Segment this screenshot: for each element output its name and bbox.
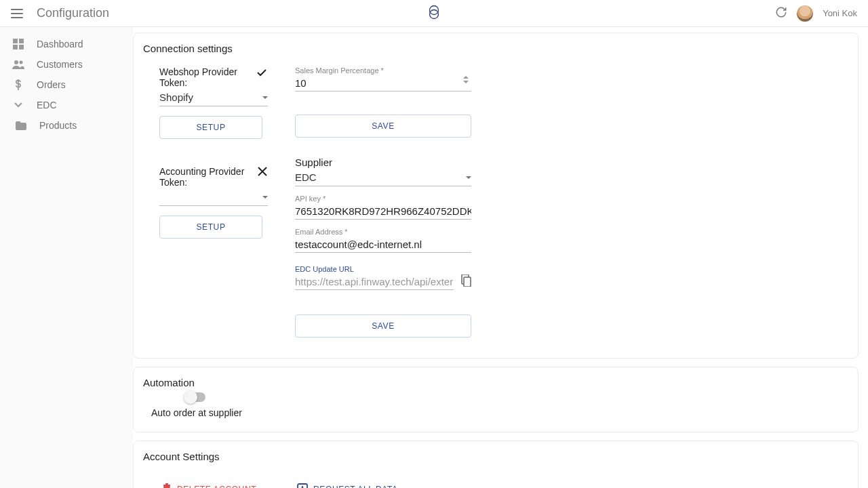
sidebar-item-orders[interactable]: Orders (5, 75, 127, 95)
dropdown-icon (262, 196, 268, 199)
email-label: Email Address * (295, 228, 471, 236)
chevron-down-icon (12, 99, 24, 111)
sidebar-item-label: Orders (37, 79, 66, 90)
avatar[interactable] (797, 5, 813, 22)
delete-account-label: DELETE ACCOUNT (177, 485, 256, 489)
webshop-select[interactable]: Shopify (159, 88, 268, 106)
webshop-value: Shopify (159, 92, 193, 103)
svg-rect-5 (19, 45, 24, 49)
dropdown-icon (466, 176, 471, 179)
sidebar-item-edc[interactable]: EDC (5, 95, 127, 115)
delete-account-button[interactable]: DELETE ACCOUNT (162, 483, 256, 488)
main-content: Connection settings Webshop Provider Tok… (133, 27, 868, 488)
dashboard-icon (12, 38, 24, 50)
connection-settings-card: Connection settings Webshop Provider Tok… (133, 33, 859, 359)
people-icon (12, 58, 24, 70)
accounting-label: Accounting Provider Token: (159, 166, 257, 188)
sidebar-item-customers[interactable]: Customers (5, 54, 127, 75)
folder-icon (15, 119, 27, 131)
auto-order-label: Auto order at supplier (151, 407, 842, 418)
webshop-label: Webshop Provider Token: (159, 66, 256, 88)
supplier-select[interactable]: EDC (295, 168, 471, 186)
request-data-button[interactable]: REQUEST ALL DATA (297, 483, 398, 488)
email-input[interactable] (295, 236, 471, 253)
margin-input[interactable] (295, 75, 471, 92)
sidebar-item-label: EDC (37, 100, 57, 110)
copy-icon[interactable] (460, 274, 471, 289)
accounting-setup-button[interactable]: SETUP (159, 216, 262, 239)
trash-icon (162, 483, 172, 488)
svg-rect-9 (464, 277, 471, 287)
app-header: Configuration Yoni Kok (0, 0, 868, 27)
margin-save-button[interactable]: SAVE (295, 115, 471, 138)
supplier-value: EDC (295, 171, 317, 183)
svg-rect-3 (19, 39, 24, 43)
request-data-label: REQUEST ALL DATA (313, 485, 398, 489)
sidebar: Dashboard Customers Orders EDC Products (0, 27, 133, 488)
margin-label: Sales Margin Percentage * (295, 66, 471, 75)
accounting-select[interactable] (159, 188, 268, 206)
sidebar-item-products[interactable]: Products (5, 115, 127, 136)
automation-title: Automation (143, 377, 842, 388)
dropdown-icon (262, 96, 268, 99)
sidebar-item-dashboard[interactable]: Dashboard (5, 34, 127, 54)
app-logo (427, 4, 441, 22)
check-icon (256, 66, 268, 79)
svg-rect-4 (13, 45, 18, 49)
update-url-input (295, 273, 454, 290)
supplier-save-button[interactable]: SAVE (295, 314, 471, 338)
automation-card: Automation Auto order at supplier (133, 367, 859, 432)
username: Yoni Kok (823, 8, 857, 18)
api-key-label: API key * (295, 195, 471, 203)
dollar-icon (12, 79, 24, 91)
number-spinner[interactable] (463, 76, 471, 88)
svg-point-7 (20, 61, 23, 64)
sidebar-item-label: Customers (37, 59, 83, 70)
connection-title: Connection settings (143, 43, 842, 54)
close-icon (257, 166, 268, 178)
account-settings-card: Account Settings DELETE ACCOUNT REQUEST … (133, 441, 859, 488)
sidebar-item-label: Dashboard (37, 39, 83, 49)
webshop-setup-button[interactable]: SETUP (159, 116, 262, 139)
auto-order-switch[interactable] (185, 392, 205, 402)
refresh-icon[interactable] (775, 6, 787, 20)
account-title: Account Settings (143, 451, 842, 462)
download-icon (297, 483, 308, 488)
menu-icon[interactable] (11, 9, 23, 18)
svg-point-6 (14, 60, 18, 64)
update-url-label: EDC Update URL (295, 265, 471, 273)
svg-rect-2 (13, 39, 18, 43)
page-title: Configuration (37, 6, 109, 20)
api-key-input[interactable] (295, 203, 471, 220)
sidebar-item-label: Products (39, 120, 77, 131)
supplier-label: Supplier (295, 157, 332, 168)
